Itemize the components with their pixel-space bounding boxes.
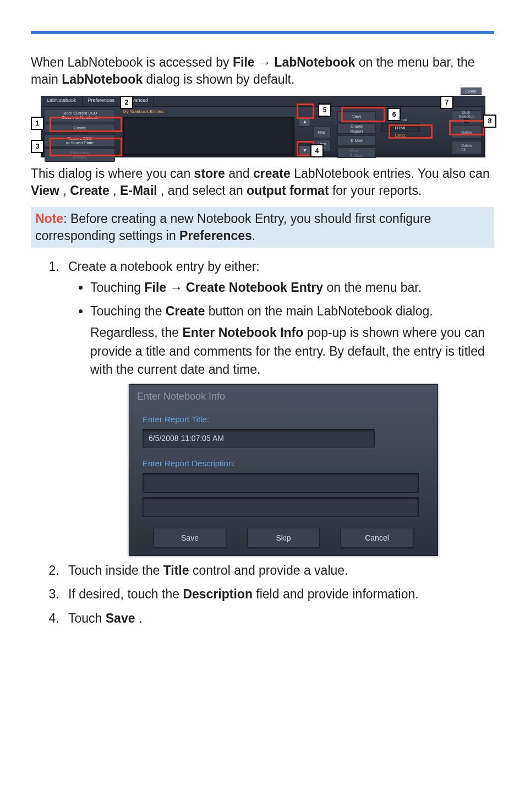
more-actions-button[interactable]: More Actions xyxy=(337,148,376,158)
using-label: Using: xyxy=(395,133,406,137)
tab-labnotebook[interactable]: LabNotebook xyxy=(41,96,83,106)
store-state-button[interactable]: Store Current DSO State into Notebook xyxy=(45,109,115,122)
text: for your reports. xyxy=(332,183,422,198)
text: . xyxy=(252,228,255,243)
text: When LabNotebook is accessed by xyxy=(31,55,233,69)
text: Touching xyxy=(90,280,144,295)
scroll-buttons: ▲ ▼ xyxy=(299,117,311,155)
dialog-body: Store Current DSO State into Notebook Cr… xyxy=(41,107,485,157)
report-description-input-2[interactable] xyxy=(143,497,419,517)
create-button[interactable]: Create xyxy=(45,124,115,133)
restore-state-button[interactable]: Restore DSO to Stored State xyxy=(45,134,115,148)
skip-button[interactable]: Skip xyxy=(247,528,320,548)
callout-marker: 3 xyxy=(31,140,44,153)
text: LabNotebook entries. You also can xyxy=(294,166,490,181)
text-bold: Preferences xyxy=(179,228,252,243)
flashback-button[interactable]: Flashback (Recall) xyxy=(45,149,115,162)
format-value[interactable]: HTML xyxy=(381,123,420,132)
tab-preferences[interactable]: Preferences xyxy=(83,96,121,106)
right-button-column: Multi- Selection Delete Delete All xyxy=(452,110,482,154)
text-bold: Create xyxy=(70,183,110,198)
callout-marker: 1 xyxy=(31,117,44,130)
report-description-label: Enter Report Description: xyxy=(143,457,424,470)
step-item: If desired, touch the Description field … xyxy=(63,585,494,603)
text-bold: File → Create Notebook Entry xyxy=(144,280,323,295)
text-bold: Save xyxy=(106,611,135,625)
report-title-input[interactable]: 6/5/2008 11:07:05 AM xyxy=(143,429,375,448)
callout-marker: 2 xyxy=(120,96,133,109)
email-button[interactable]: E-Mail xyxy=(337,135,376,146)
cancel-button[interactable]: Cancel xyxy=(341,528,413,548)
text-bold: View xyxy=(31,183,59,198)
text: dialog is shown by default. xyxy=(146,72,295,86)
text-bold: E-Mail xyxy=(120,183,157,198)
mid-button-column: View Create Report E-Mail More Actions xyxy=(337,111,376,158)
text: and xyxy=(228,166,253,181)
text: , xyxy=(113,183,120,198)
text: Multi- xyxy=(462,111,472,115)
text-bold: store xyxy=(194,166,225,181)
text: Touch inside the xyxy=(68,563,163,577)
text: If desired, touch the xyxy=(68,587,183,601)
text: Selection xyxy=(459,115,474,118)
note-callout: Note: Before creating a new Notebook Ent… xyxy=(31,207,494,248)
divider-rule xyxy=(31,31,494,34)
text: Touch xyxy=(68,611,106,625)
text: This dialog is where you can xyxy=(31,166,194,181)
sub-bullets: Touching File → Create Notebook Entry on… xyxy=(68,279,494,379)
note-label: Note xyxy=(35,211,63,226)
save-button[interactable]: Save xyxy=(154,528,226,548)
multi-selection-button[interactable]: Multi- Selection xyxy=(452,110,482,123)
paragraph: This dialog is where you can store and c… xyxy=(31,165,494,199)
dialog-title: Enter Notebook Info xyxy=(129,385,438,409)
entries-listbox[interactable] xyxy=(123,117,294,155)
text-bold: Create xyxy=(166,304,205,318)
callout-marker: 8 xyxy=(483,115,496,128)
text: button on the main LabNotebook dialog. xyxy=(209,304,433,318)
close-button[interactable]: Close xyxy=(461,88,482,95)
text-bold: Description xyxy=(183,587,253,601)
text: , xyxy=(63,183,70,198)
filter-button[interactable]: Filter xyxy=(313,126,331,138)
steps-list: Create a notebook entry by either: Touch… xyxy=(31,258,494,628)
text-bold: File → LabNotebook xyxy=(233,55,355,69)
create-report-button[interactable]: Create Report xyxy=(337,123,376,134)
document-page: When LabNotebook is accessed by File → L… xyxy=(0,0,525,667)
callout-marker: 6 xyxy=(387,108,401,121)
text-bold: create xyxy=(253,166,291,181)
bullet-item: Touching the Create button on the main L… xyxy=(90,302,494,379)
view-button[interactable]: View xyxy=(337,111,376,122)
text: control and provide a value. xyxy=(193,563,348,577)
enter-notebook-info-dialog: Enter Notebook Info Enter Report Title: … xyxy=(129,384,438,556)
labnotebook-dialog-screenshot: LabNotebook Preferences Advanced Close S… xyxy=(31,96,494,156)
text: , and select an xyxy=(161,183,247,198)
text: Touching the xyxy=(90,304,166,318)
left-button-column: Store Current DSO State into Notebook Cr… xyxy=(45,109,115,162)
bullet-item: Touching File → Create Notebook Entry on… xyxy=(90,279,494,297)
text-bold: Title xyxy=(163,563,189,577)
text-bold: Enter Notebook Info xyxy=(182,325,303,340)
report-title-label: Enter Report Title: xyxy=(143,413,424,426)
scroll-up-button[interactable]: ▲ xyxy=(299,117,311,127)
step-item: Touch Save . xyxy=(63,609,494,628)
text: Regardless, the xyxy=(90,325,182,340)
text-bold: LabNotebook xyxy=(62,72,143,86)
callout-marker: 4 xyxy=(310,144,324,157)
intro-paragraph: When LabNotebook is accessed by File → L… xyxy=(31,54,494,88)
labnotebook-dialog: LabNotebook Preferences Advanced Close S… xyxy=(41,96,485,157)
text-bold: output format xyxy=(247,183,329,198)
text: on the menu bar. xyxy=(326,280,422,295)
text: field and provide information. xyxy=(256,587,418,601)
report-description-input[interactable] xyxy=(143,473,419,493)
entries-label: My Notebook Entries xyxy=(123,109,163,114)
scroll-down-button[interactable]: ▼ xyxy=(299,145,311,155)
delete-button[interactable]: Delete xyxy=(452,126,482,139)
step-item: Touch inside the Title control and provi… xyxy=(63,562,494,580)
step-item: Create a notebook entry by either: Touch… xyxy=(63,258,494,556)
text: Create a notebook entry by either: xyxy=(68,259,260,274)
text: . xyxy=(139,611,142,625)
callout-marker: 5 xyxy=(318,103,331,117)
dialog-tabs: LabNotebook Preferences Advanced xyxy=(41,96,485,107)
callout-marker: 7 xyxy=(440,96,453,109)
delete-all-button[interactable]: Delete All xyxy=(452,141,482,154)
